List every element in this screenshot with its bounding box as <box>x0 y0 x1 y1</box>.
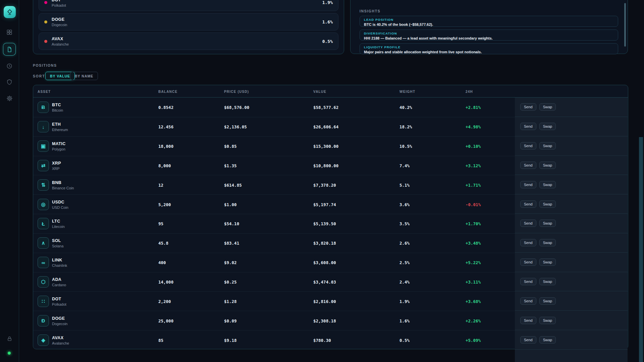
asset-weight: 1.6% <box>322 19 333 24</box>
value-usd: $10,800.00 <box>313 163 338 168</box>
swap-button[interactable]: Swap <box>539 239 556 246</box>
swap-button[interactable]: Swap <box>539 200 556 208</box>
sort-label: SORT <box>33 74 45 78</box>
swap-button[interactable]: Swap <box>539 123 556 130</box>
asset-icon: Ð <box>38 315 49 326</box>
asset-color-dot <box>44 20 47 23</box>
balance-value: 12.456 <box>158 124 173 129</box>
send-button[interactable]: Send <box>520 317 536 324</box>
gear-icon <box>6 95 13 102</box>
balance-value: 18,000 <box>158 144 173 149</box>
weight-value: 3.6% <box>399 202 410 207</box>
send-button[interactable]: Send <box>520 336 536 344</box>
insights-list: LEAD POSITION BTC is 40.2% of the book (… <box>360 16 618 54</box>
weight-value: 5.1% <box>399 182 410 187</box>
sort-by-name-button[interactable]: BY NAME <box>70 72 98 80</box>
swap-button[interactable]: Swap <box>539 278 556 285</box>
sidebar-item-security[interactable] <box>5 78 13 86</box>
insight-title: LIQUIDITY PROFILE <box>364 45 614 49</box>
balance-value: 85 <box>158 338 163 343</box>
sidebar-item-history[interactable] <box>5 62 13 70</box>
action-row: Send Swap <box>515 233 628 253</box>
asset-name: Polygon <box>52 147 66 151</box>
price-value: $83.41 <box>224 241 239 246</box>
send-button[interactable]: Send <box>520 162 536 169</box>
app-logo[interactable] <box>4 6 16 18</box>
send-button[interactable]: Send <box>520 297 536 305</box>
swap-button[interactable]: Swap <box>539 297 556 305</box>
asset-weight: 0.5% <box>322 39 333 44</box>
asset-icon: Ł <box>38 218 49 229</box>
asset-name: Ethereum <box>52 128 68 132</box>
sidebar-lock[interactable] <box>5 335 13 343</box>
insights-scrollbar-thumb[interactable] <box>624 3 626 47</box>
swap-button[interactable]: Swap <box>539 103 556 111</box>
value-usd: $780.30 <box>313 338 331 343</box>
asset-symbol: LTC <box>52 219 65 224</box>
col-price: PRICE (USD) <box>224 90 249 94</box>
asset-name: Dogecoin <box>52 321 67 325</box>
insight-text: BTC is 40.2% of the book (~$58,577.62). <box>364 22 614 26</box>
action-row: Send Swap <box>515 117 628 136</box>
swap-button[interactable]: Swap <box>539 220 556 227</box>
asset-name: Avalanche <box>52 341 69 345</box>
swap-button[interactable]: Swap <box>539 258 556 266</box>
action-row: Send Swap <box>515 330 628 350</box>
swap-button[interactable]: Swap <box>539 162 556 169</box>
insight-title: DIVERSIFICATION <box>364 32 614 35</box>
weight-value: 3.5% <box>399 221 410 226</box>
asset-icon: Ƀ <box>38 102 49 113</box>
asset-icon: ∧ <box>38 237 49 249</box>
sidebar-item-dashboard[interactable] <box>5 28 13 36</box>
col-weight: WEIGHT <box>399 90 415 94</box>
asset-name: Cardano <box>52 283 66 287</box>
insights-panel: INSIGHTS LEAD POSITION BTC is 40.2% of t… <box>350 0 628 54</box>
table-header: ASSET BALANCE PRICE (USD) VALUE WEIGHT 2… <box>33 85 628 98</box>
send-button[interactable]: Send <box>520 200 536 208</box>
send-button[interactable]: Send <box>520 123 536 130</box>
balance-value: 2,200 <box>158 299 171 304</box>
weight-value: 1.6% <box>399 318 410 323</box>
action-row: Send Swap <box>515 175 628 194</box>
weight-value: 2.6% <box>399 241 410 246</box>
asset-symbol: DOT <box>52 0 66 2</box>
asset-name: Dogecoin <box>52 23 67 27</box>
allocation-row[interactable]: DOT Polkadot 1.9% <box>39 0 338 11</box>
change-24h: +3.11% <box>466 280 481 285</box>
weight-value: 1.9% <box>399 299 410 304</box>
value-usd: $5,139.50 <box>313 221 336 226</box>
swap-button[interactable]: Swap <box>539 181 556 188</box>
weight-value: 2.5% <box>399 260 410 265</box>
price-value: $0.09 <box>224 318 237 323</box>
portfolio-page: DOT Polkadot 1.9% DOGE Dogecoin 1.6% <box>0 0 644 362</box>
asset-symbol: MATIC <box>52 141 66 146</box>
sidebar-item-settings[interactable] <box>5 94 13 102</box>
asset-symbol: BTC <box>52 102 63 107</box>
connection-status-dot <box>8 352 11 355</box>
page-scrollbar-thumb[interactable] <box>639 137 643 362</box>
swap-button[interactable]: Swap <box>539 317 556 324</box>
send-button[interactable]: Send <box>520 239 536 246</box>
action-row: Send Swap <box>515 194 628 214</box>
swap-button[interactable]: Swap <box>539 336 556 344</box>
insight-text: HHI 2188 — Balanced — a lead asset with … <box>364 36 614 40</box>
asset-name: Bitcoin <box>52 108 63 112</box>
allocation-row[interactable]: AVAX Avalanche 0.5% <box>39 33 338 50</box>
send-button[interactable]: Send <box>520 103 536 111</box>
action-row: Send Swap <box>515 214 628 233</box>
send-button[interactable]: Send <box>520 181 536 188</box>
send-button[interactable]: Send <box>520 258 536 266</box>
asset-name: Chainlink <box>52 263 67 267</box>
asset-symbol: AVAX <box>52 335 69 340</box>
allocation-list: DOT Polkadot 1.9% DOGE Dogecoin 1.6% <box>39 0 338 50</box>
row-actions-panel: Send Swap Send Swap Send Swap Send Swap … <box>515 98 628 362</box>
send-button[interactable]: Send <box>520 278 536 285</box>
allocation-row[interactable]: DOGE Dogecoin 1.6% <box>39 13 338 31</box>
swap-button[interactable]: Swap <box>539 142 556 149</box>
asset-symbol: ETH <box>52 122 68 127</box>
sidebar-item-portfolio[interactable] <box>3 43 16 56</box>
balance-value: 95 <box>158 221 163 226</box>
send-button[interactable]: Send <box>520 220 536 227</box>
asset-color-dot <box>44 40 47 43</box>
send-button[interactable]: Send <box>520 142 536 149</box>
